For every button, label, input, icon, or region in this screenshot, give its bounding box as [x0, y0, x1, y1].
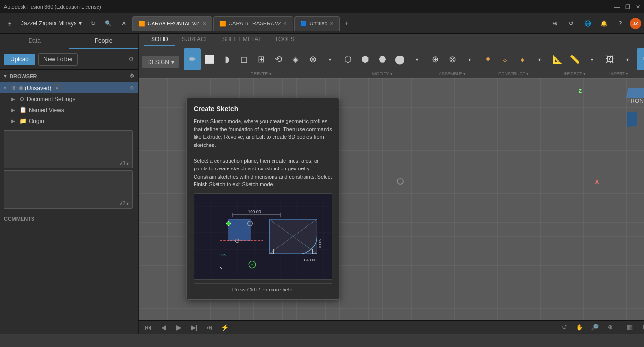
create-more-button[interactable]: ▾	[321, 48, 338, 70]
thumbnail-area: V3 ▾ V2 ▾	[0, 126, 138, 213]
notification-button[interactable]: 🔔	[597, 17, 611, 30]
playback-next-button[interactable]: ▶|	[188, 322, 200, 333]
upload-button[interactable]: Upload	[4, 54, 35, 65]
create-sweep-button[interactable]: ⊗	[304, 48, 321, 70]
playback-play-button[interactable]: ▶	[173, 322, 185, 333]
display-settings-button[interactable]: ⊞	[638, 322, 644, 333]
cube-top-face[interactable]	[626, 88, 644, 98]
browser-collapse-icon[interactable]: ▾	[4, 73, 7, 79]
settings-icon-small[interactable]: ⚙	[130, 85, 134, 91]
create-solid-button[interactable]: ⬜	[201, 48, 218, 70]
create-cut-button[interactable]: ◻	[235, 48, 252, 70]
settings-icon[interactable]: ⚙	[128, 56, 134, 63]
grid-display-button[interactable]: ▦	[623, 322, 636, 333]
tab-icon: 🟦	[300, 21, 307, 27]
create-extrude-button[interactable]: ⊞	[252, 48, 270, 70]
create-more-icon: ▾	[329, 57, 331, 62]
svg-text:✓: ✓	[251, 262, 254, 267]
canvas[interactable]: Z X FRONT Create Sketch Enters Sketch mo…	[139, 78, 644, 320]
playback-start-button[interactable]: ⏮	[142, 322, 154, 333]
construct-btn-2[interactable]: ⬦	[496, 48, 513, 70]
inspect-more-button[interactable]: ▾	[583, 48, 600, 70]
construct-btn-3[interactable]: ⬧	[513, 48, 531, 70]
arc-icon: ◗	[225, 54, 229, 65]
sidebar-tabs: Data People	[0, 34, 138, 49]
close-button[interactable]: ✕	[636, 4, 640, 10]
zoom-button[interactable]: 🔎	[588, 322, 601, 333]
canvas-toolbar: ↺ ✋ 🔎 ⊕ ▦ ⊞ ⚙	[557, 322, 644, 333]
inspect-btn-1[interactable]: 📐	[549, 48, 566, 70]
toolbar-tab-tools[interactable]: TOOLS	[268, 34, 301, 46]
toolbar-tab-solid[interactable]: SOLID	[144, 34, 175, 46]
search-button[interactable]: 🔍	[102, 17, 115, 30]
grid-menu-button[interactable]: ⊞	[3, 17, 16, 30]
assemble-btn-2[interactable]: ⊗	[444, 48, 461, 70]
modify-btn-3[interactable]: ⬣	[374, 48, 391, 70]
new-tab-button[interactable]: +	[341, 18, 352, 29]
assemble-more-button[interactable]: ▾	[461, 48, 478, 70]
version-dropdown-icon[interactable]: ▾	[126, 201, 129, 206]
nav-icon-3[interactable]: 🌐	[581, 17, 594, 30]
tab-close-icon[interactable]: ✕	[330, 21, 334, 26]
user-menu[interactable]: Jazzel Zapata Minaya ▾	[18, 18, 85, 29]
pan-button[interactable]: ✋	[573, 322, 586, 333]
insert-more-button[interactable]: ▾	[619, 48, 636, 70]
sidebar-tab-data[interactable]: Data	[0, 34, 69, 49]
nav-icon-2[interactable]: ↺	[565, 17, 578, 30]
playback-prev-button[interactable]: ◀	[158, 322, 169, 333]
browser-settings-icon[interactable]: ⚙	[130, 73, 134, 79]
minimize-button[interactable]: —	[614, 4, 620, 10]
tree-item-named-views[interactable]: ▶ 📋 Named Views	[0, 104, 138, 115]
visibility-icon[interactable]: 👁	[11, 85, 17, 91]
tab-close-icon[interactable]: ✕	[202, 21, 206, 26]
assemble-btn-1[interactable]: ⊕	[426, 48, 444, 70]
orbit-button[interactable]: ↺	[557, 322, 571, 333]
version-label-1: V3	[120, 161, 125, 166]
toolbar-tabs: SOLID SURFACE SHEET METAL TOOLS	[139, 34, 644, 46]
refresh-button[interactable]: ↻	[87, 17, 100, 30]
playback-end-button[interactable]: ⏭	[204, 322, 215, 333]
view-button[interactable]: ⊕	[603, 322, 617, 333]
new-folder-button[interactable]: New Folder	[38, 53, 78, 66]
inspect-btn-2[interactable]: 📏	[566, 48, 583, 70]
create-loft-button[interactable]: ◈	[287, 48, 304, 70]
tooltip-title: Create Sketch	[194, 105, 332, 112]
cube-side-face[interactable]	[627, 111, 637, 127]
create-arc-button[interactable]: ◗	[218, 48, 235, 70]
content-area: SOLID SURFACE SHEET METAL TOOLS DESIGN ▾…	[139, 34, 644, 334]
insert-group-label: INSERT ▾	[609, 70, 628, 76]
tree-root-item[interactable]: ▾ 👁 (Unsaved) ● ⚙	[0, 82, 138, 93]
nav-icon-1[interactable]: ⊕	[548, 17, 562, 30]
cube-front-face[interactable]: FRONT	[627, 98, 644, 112]
version-dropdown-icon[interactable]: ▾	[126, 161, 129, 166]
modify-btn-4[interactable]: ⬤	[391, 48, 408, 70]
create-revolve-button[interactable]: ⟲	[270, 48, 287, 70]
playback-filter-button[interactable]: ⚡	[219, 322, 230, 333]
insert-more-icon: ▾	[626, 57, 629, 62]
help-button[interactable]: ?	[613, 17, 627, 30]
sidebar-tab-people[interactable]: People	[69, 34, 139, 49]
insert-btn-1[interactable]: 🖼	[601, 48, 619, 70]
design-button[interactable]: DESIGN ▾	[142, 56, 179, 68]
svg-text:100.00: 100.00	[248, 209, 261, 214]
tab-cara-frontal[interactable]: 🟧 CARAA FRONTAL v3* ✕	[132, 16, 212, 31]
construct-more-button[interactable]: ▾	[531, 48, 548, 70]
construct-btn-1[interactable]: ✦	[479, 48, 496, 70]
modify-more-button[interactable]: ▾	[408, 48, 426, 70]
modify-btn-2[interactable]: ⬢	[357, 48, 374, 70]
tree-item-label: Named Views	[29, 107, 64, 113]
select-btn[interactable]: ↖	[637, 48, 644, 70]
tab-untitled[interactable]: 🟦 Untitled ✕	[294, 16, 339, 31]
maximize-button[interactable]: ❐	[625, 4, 630, 10]
tab-cara-trasera[interactable]: 🟧 CARA B TRASERA v2 ✕	[213, 16, 293, 31]
tab-close-icon[interactable]: ✕	[283, 21, 287, 26]
avatar[interactable]: JZ	[630, 18, 641, 29]
toolbar-tab-surface[interactable]: SURFACE	[175, 34, 216, 46]
close-nav-button[interactable]: ✕	[117, 17, 131, 30]
toolbar-tab-sheet-metal[interactable]: SHEET METAL	[216, 34, 268, 46]
modify-btn-1[interactable]: ⬡	[339, 48, 357, 70]
tree-item-doc-settings[interactable]: ▶ ⚙ Document Settings	[0, 93, 138, 104]
tree-item-origin[interactable]: ▶ 📁 Origin	[0, 115, 138, 126]
view-cube[interactable]: FRONT	[627, 88, 644, 122]
create-sketch-button[interactable]: ✏	[184, 48, 201, 70]
